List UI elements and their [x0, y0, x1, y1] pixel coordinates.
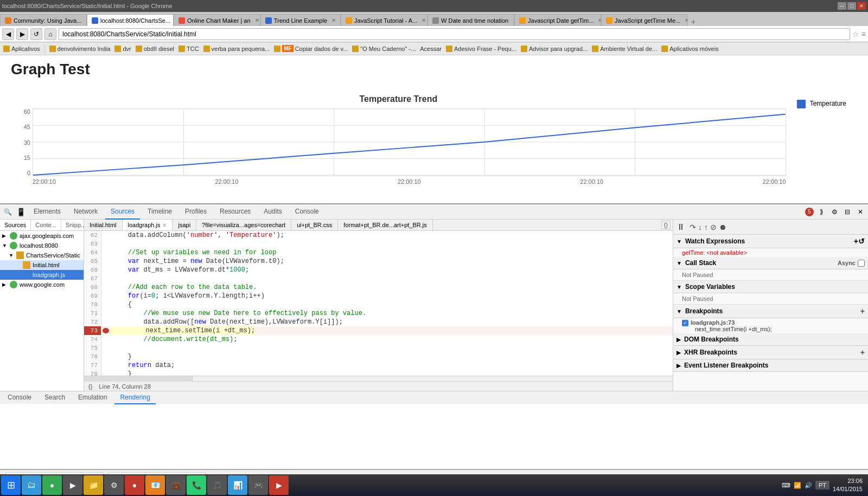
- bookmark-advisor[interactable]: Advisor para upgrad...: [521, 46, 588, 52]
- pause-button[interactable]: ⏸: [676, 222, 685, 232]
- event-breakpoints-section[interactable]: ▶ Event Listener Breakpoints: [673, 359, 868, 372]
- taskbar-app3-button[interactable]: 💼: [166, 475, 186, 495]
- tab-chart-maker[interactable]: Online Chart Maker | an ✕: [174, 14, 260, 26]
- language-indicator[interactable]: PT: [815, 481, 829, 489]
- tab-gettime[interactable]: Javascript Date getTim... ✕: [514, 14, 601, 26]
- devtools-tab-profiles[interactable]: Profiles: [180, 204, 212, 220]
- refresh-watch-icon[interactable]: ↺: [858, 237, 865, 246]
- start-button[interactable]: ⊞: [1, 475, 21, 495]
- devtools-tab-sources[interactable]: Sources: [105, 204, 140, 220]
- taskbar-folder-button[interactable]: 📁: [84, 475, 103, 495]
- bookmark-aplicativos[interactable]: Aplicativos: [3, 46, 40, 52]
- tree-item-localhost[interactable]: ▼ localhost:8080: [0, 241, 84, 250]
- bottom-tab-search[interactable]: Search: [39, 391, 71, 404]
- close-button[interactable]: ✕: [857, 2, 866, 10]
- taskbar-app7-button[interactable]: 🎮: [248, 475, 268, 495]
- bookmark-star-icon[interactable]: ☆: [852, 30, 859, 38]
- taskbar-app6-button[interactable]: 📊: [228, 475, 247, 495]
- breakpoint-checkbox[interactable]: ✓: [682, 320, 688, 326]
- dom-breakpoints-section[interactable]: ▶ DOM Breakpoints: [673, 333, 868, 346]
- back-button[interactable]: ◀: [2, 28, 14, 40]
- taskbar-media-button[interactable]: ▶: [63, 475, 82, 495]
- taskbar-app5-button[interactable]: 🎵: [207, 475, 227, 495]
- src-tab-content[interactable]: Conte...: [31, 220, 61, 230]
- taskbar-red-button[interactable]: ●: [125, 475, 144, 495]
- taskbar-settings-button[interactable]: ⚙: [104, 475, 124, 495]
- step-over-button[interactable]: ⟫: [816, 207, 827, 217]
- step-into-button[interactable]: ↓: [698, 223, 702, 231]
- taskbar-chrome-button[interactable]: ●: [42, 475, 62, 495]
- step-out-button[interactable]: ↑: [704, 223, 708, 231]
- tree-item-initial-html[interactable]: Initial.html: [0, 260, 84, 270]
- file-tab-initial[interactable]: Initial.html: [84, 220, 123, 230]
- watch-expressions-section[interactable]: ▼ Watch Expressions + ↺: [673, 235, 868, 248]
- tab-trend[interactable]: Trend Line Example ✕: [260, 14, 341, 26]
- devtools-inspect-icon[interactable]: 🔍: [2, 207, 13, 217]
- tab-gettime2[interactable]: JavaScript getTime Me... ✕: [601, 14, 688, 26]
- close-devtools-button[interactable]: ✕: [855, 207, 866, 217]
- tree-item-loadgraph[interactable]: loadgraph.js: [0, 270, 84, 280]
- xhr-breakpoints-section[interactable]: ▶ XHR Breakpoints +: [673, 346, 868, 359]
- home-button[interactable]: ⌂: [44, 28, 56, 40]
- scope-variables-section[interactable]: ▼ Scope Variables: [673, 281, 868, 293]
- bookmark-obdii[interactable]: obdII diesel: [136, 46, 174, 52]
- taskbar-explorer-button[interactable]: 🗂: [22, 475, 41, 495]
- bookmark-copiar[interactable]: MF Copiar dados de v...: [274, 45, 348, 52]
- tab-community[interactable]: Community: Using Java... ✕: [0, 14, 87, 26]
- devtools-mobile-icon[interactable]: 📱: [15, 207, 26, 217]
- devtools-tab-resources[interactable]: Resources: [214, 204, 256, 220]
- devtools-tab-timeline[interactable]: Timeline: [142, 204, 177, 220]
- file-tab-close-icon[interactable]: ✕: [162, 222, 167, 228]
- minimize-button[interactable]: ─: [838, 2, 846, 10]
- url-input[interactable]: [59, 28, 850, 40]
- taskbar-app2-button[interactable]: 📧: [145, 475, 165, 495]
- tab-close-icon[interactable]: ✕: [331, 17, 336, 23]
- tab-js-tutorial[interactable]: JavaScript Tutorial - A... ✕: [341, 14, 427, 26]
- file-tab-visualize[interactable]: ?file=visualiza...ages=corechart: [196, 220, 291, 230]
- add-xhr-breakpoint-button[interactable]: +: [860, 348, 865, 357]
- src-tab-sources[interactable]: Sources: [0, 220, 31, 230]
- file-tab-jsapi[interactable]: jsapi: [173, 220, 196, 230]
- deactivate-breakpoints-button[interactable]: ⊘: [710, 223, 717, 231]
- tab-localhost[interactable]: localhost:8080/ChartsSe... ✕: [87, 14, 174, 26]
- add-breakpoint-button[interactable]: +: [860, 307, 865, 315]
- bookmark-aplicativos-moveis[interactable]: Aplicativos móveis: [661, 46, 718, 52]
- tab-close-icon[interactable]: ✕: [422, 17, 426, 23]
- step-over-debug-button[interactable]: ↷: [690, 223, 696, 231]
- reload-button[interactable]: ↺: [30, 28, 42, 40]
- forward-button[interactable]: ▶: [16, 28, 28, 40]
- file-tab-format[interactable]: format+pt_BR.de...art+pt_BR.js: [338, 220, 432, 230]
- tab-date-notation[interactable]: W Date and time notation ✕: [427, 14, 514, 26]
- devtools-tab-audits[interactable]: Audits: [258, 204, 287, 220]
- bookmark-tcc[interactable]: TCC: [178, 46, 199, 52]
- tree-item-google[interactable]: ▶ www.google.com: [0, 280, 84, 289]
- bottom-tab-rendering[interactable]: Rendering: [114, 391, 155, 404]
- tree-item-ajax[interactable]: ▶ ajax.googleapis.com: [0, 231, 84, 241]
- bottom-tab-emulation[interactable]: Emulation: [73, 391, 112, 404]
- file-tab-uicss[interactable]: ui+pt_BR.css: [291, 220, 338, 230]
- bookmark-acessar[interactable]: Acessar: [420, 46, 442, 52]
- file-tab-loadgraph[interactable]: loadgraph.js ✕: [123, 220, 173, 230]
- bookmark-ambiente[interactable]: Ambiente Virtual de...: [592, 46, 657, 52]
- add-watch-button[interactable]: +: [854, 237, 858, 246]
- taskbar-app4-button[interactable]: 📞: [187, 475, 206, 495]
- new-tab-button[interactable]: +: [688, 17, 699, 26]
- tree-item-chartsservice[interactable]: ▼ ChartsService/Static: [0, 250, 84, 260]
- devtools-tab-console[interactable]: Console: [290, 204, 324, 220]
- bookmark-denvolvimento[interactable]: denvolvimento India: [49, 46, 111, 52]
- breakpoints-section[interactable]: ▼ Breakpoints +: [673, 305, 868, 318]
- settings-icon[interactable]: ≡: [861, 30, 866, 38]
- more-debug-button[interactable]: ⏺: [719, 223, 726, 231]
- async-checkbox[interactable]: [858, 260, 865, 267]
- settings-gear-icon[interactable]: ⚙: [829, 207, 840, 217]
- format-button[interactable]: {}: [661, 221, 671, 229]
- bottom-tab-console[interactable]: Console: [2, 391, 37, 404]
- devtools-tab-elements[interactable]: Elements: [28, 204, 66, 220]
- taskbar-app8-button[interactable]: ▶: [269, 475, 289, 495]
- maximize-button[interactable]: □: [847, 2, 856, 10]
- horizontal-scrollbar[interactable]: [84, 376, 673, 381]
- tab-close-icon[interactable]: ✕: [255, 17, 259, 23]
- bookmark-adesivo[interactable]: Adesivo Frase - Pequ...: [446, 46, 516, 52]
- code-editor[interactable]: 62 data.addColumn('number', 'Temperature…: [84, 231, 673, 376]
- bookmark-dvr[interactable]: dvr: [114, 46, 131, 52]
